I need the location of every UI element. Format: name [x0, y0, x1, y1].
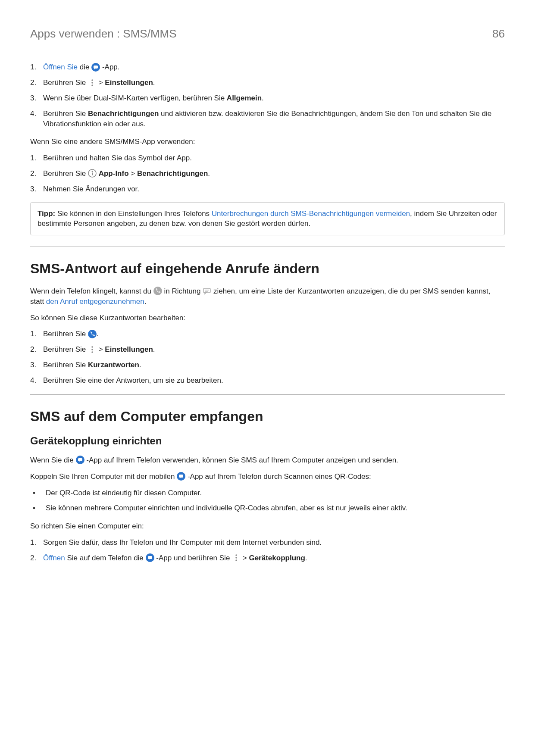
step-number: 3. — [30, 93, 43, 103]
answer-call-link[interactable]: den Anruf entgegenzunehmen — [46, 297, 144, 306]
step-3: 3. Wenn Sie über Dual-SIM-Karten verfüge… — [30, 93, 505, 103]
more-icon — [88, 78, 97, 87]
messages-app-icon — [91, 63, 100, 72]
divider — [30, 394, 505, 395]
step-1: 1. Berühren und halten Sie das Symbol de… — [30, 153, 505, 163]
heading-device-pairing: Gerätekopplung einrichten — [30, 434, 505, 448]
phone-grey-icon — [153, 287, 162, 295]
step-number: 3. — [30, 184, 43, 194]
messages-app-icon — [76, 456, 84, 464]
pairing-intro-1: Wenn Sie die -App auf Ihrem Telefon verw… — [30, 455, 505, 465]
step-1: 1. Öffnen Sie die -App. — [30, 62, 505, 72]
step-number: 1. — [30, 62, 43, 72]
quick-reply-intro: Wenn dein Telefon klingelt, kannst du in… — [30, 286, 505, 307]
step-2: 2. Berühren Sie App-Info > Benachrichtig… — [30, 169, 505, 179]
more-icon — [88, 345, 97, 354]
step-3: 3. Berühren Sie Kurzantworten. — [30, 360, 505, 370]
divider — [30, 247, 505, 247]
step-number: 2. — [30, 169, 43, 179]
step-number: 2. — [30, 553, 43, 563]
step-number: 1. — [30, 153, 43, 163]
step-number: 4. — [30, 109, 43, 119]
step-number: 3. — [30, 360, 43, 370]
qr-bullets: • Der QR-Code ist eindeutig für diesen C… — [30, 488, 505, 514]
app-info-label: App-Info — [99, 169, 129, 178]
open-link[interactable]: Öffnen — [43, 554, 65, 562]
step-number: 2. — [30, 78, 43, 88]
general-label: Allgemein — [227, 94, 262, 102]
steps-computer-setup: 1. Sorgen Sie dafür, dass Ihr Telefon un… — [30, 537, 505, 563]
messages-app-icon — [177, 472, 185, 481]
step-2: 2. Berühren Sie > Einstellungen. — [30, 78, 505, 88]
tip-label: Tipp: — [38, 209, 55, 218]
breadcrumb: Apps verwenden : SMS/MMS — [30, 26, 177, 41]
page-header: Apps verwenden : SMS/MMS 86 — [30, 26, 505, 41]
page-number: 86 — [492, 26, 505, 41]
step-number: 2. — [30, 344, 43, 355]
step-number: 1. — [30, 329, 43, 339]
quick-replies-label: Kurzantworten — [88, 361, 139, 369]
steps-messages-notifications: 1. Öffnen Sie die -App. 2. Berühren Sie … — [30, 62, 505, 129]
other-app-intro: Wenn Sie eine andere SMS/MMS-App verwend… — [30, 137, 505, 147]
step-4: 4. Berühren Sie Benachrichtigungen und a… — [30, 109, 505, 129]
info-icon — [88, 169, 97, 178]
step-3: 3. Nehmen Sie Änderungen vor. — [30, 184, 505, 194]
dnd-link[interactable]: Unterbrechungen durch SMS-Benachrichtigu… — [212, 209, 410, 218]
open-link[interactable]: Öffnen Sie — [43, 63, 78, 71]
pairing-intro-2: Koppeln Sie Ihren Computer mit der mobil… — [30, 472, 505, 482]
sms-outline-icon — [203, 287, 211, 295]
notifications-label: Benachrichtigungen — [88, 109, 159, 118]
phone-app-icon — [88, 330, 97, 338]
settings-label: Einstellungen — [105, 78, 153, 87]
device-pairing-label: Gerätekopplung — [249, 554, 305, 562]
messages-app-icon — [146, 553, 154, 562]
step-2: 2. Berühren Sie > Einstellungen. — [30, 344, 505, 355]
step-1: 1. Berühren Sie . — [30, 329, 505, 339]
computer-setup-intro: So richten Sie einen Computer ein: — [30, 521, 505, 531]
list-item: • Sie können mehrere Computer einrichten… — [30, 503, 505, 513]
step-2: 2. Öffnen Sie auf dem Telefon die -App u… — [30, 553, 505, 563]
step-4: 4. Berühren Sie eine der Antworten, um s… — [30, 375, 505, 386]
heading-sms-computer: SMS auf dem Computer empfangen — [30, 407, 505, 426]
steps-other-app: 1. Berühren und halten Sie das Symbol de… — [30, 153, 505, 194]
quick-reply-edit-intro: So können Sie diese Kurzantworten bearbe… — [30, 313, 505, 323]
settings-label: Einstellungen — [105, 345, 153, 353]
list-item: • Der QR-Code ist eindeutig für diesen C… — [30, 488, 505, 498]
notifications-label: Benachrichtigungen — [137, 169, 208, 178]
steps-quick-reply: 1. Berühren Sie . 2. Berühren Sie > Eins… — [30, 329, 505, 385]
heading-sms-reply: SMS-Antwort auf eingehende Anrufe ändern — [30, 259, 505, 278]
step-number: 4. — [30, 375, 43, 386]
step-number: 1. — [30, 537, 43, 548]
bullet: • — [30, 488, 46, 498]
bullet: • — [30, 503, 46, 513]
step-1: 1. Sorgen Sie dafür, dass Ihr Telefon un… — [30, 537, 505, 548]
more-icon — [232, 553, 241, 562]
tip-box: Tipp: Sie können in den Einstellungen Ih… — [30, 202, 505, 236]
